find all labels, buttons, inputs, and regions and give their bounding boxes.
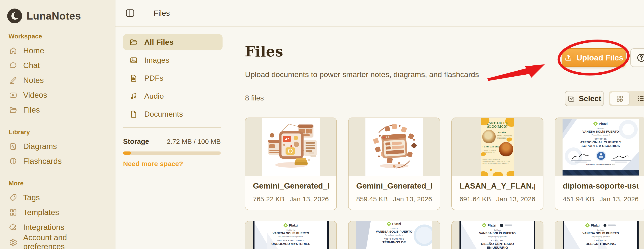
file-date: Jan 13, 2026 (393, 195, 432, 203)
file-thumbnail: Platzi Certifies that VANESA SOLÍS PUERT… (245, 221, 336, 249)
cert-kicker: ENGLISH AUDIO STORY: (254, 239, 327, 242)
poster-contact3: ENTREGA GRATIS EN CAUCEL Y SANTA FE (483, 163, 510, 164)
platzi-logo-icon (283, 223, 288, 228)
filter-pdfs[interactable]: PDFs (123, 70, 222, 86)
sidebar-item-videos[interactable]: Videos (7, 88, 108, 102)
flashcards-brain-icon (9, 157, 17, 165)
poster-item1: LASAÑA (497, 131, 507, 133)
file-thumbnail (348, 118, 440, 176)
sidebar-item-notes[interactable]: Notes (7, 73, 108, 88)
home-icon (9, 46, 17, 55)
sidebar-item-account[interactable]: Account and preferences (7, 235, 108, 249)
templates-grid-icon (9, 208, 17, 217)
folder-open-icon (130, 38, 138, 46)
poster-item1-line2: -PRECIO $250 (497, 137, 506, 139)
platzi-logo-text: Platzi (591, 223, 600, 227)
sidebar-item-flashcards[interactable]: Flashcards (7, 154, 108, 169)
help-button[interactable] (630, 48, 644, 67)
sidebar: LunaNotes Workspace Home Chat Notes Vide… (0, 0, 116, 249)
platzi-logo-text: Platzi (289, 223, 298, 227)
file-card[interactable]: Platzi Certifica a VANESA SOLÍS PUERTO P… (452, 221, 544, 249)
need-more-space-link[interactable]: Need more space? (123, 160, 221, 168)
filter-all-files[interactable]: All Files (123, 34, 222, 50)
file-card[interactable]: Platzi Certifies that VANESA SOLÍS PUERT… (245, 221, 337, 249)
cert-kicker: AUDIO GLOSARIO (356, 238, 432, 240)
cert-kicker: CURSO DE (562, 138, 639, 140)
sidebar-item-templates[interactable]: Templates (7, 205, 108, 220)
list-view-icon (637, 95, 644, 102)
cert-person-name: VANESA SOLÍS PUERTO (564, 232, 637, 235)
view-toggle (609, 91, 644, 106)
poster-item2-line2: -REBANADA $25 (484, 152, 495, 153)
cert-line: Certifica a (564, 229, 637, 231)
file-card[interactable]: Platzi Certifica a VANESA SOLÍS PUERTO P… (555, 221, 644, 249)
poster-item2: FLAN CASERO (483, 146, 500, 148)
panel-toggle-icon[interactable] (125, 8, 135, 18)
certificate-thumbnail: Platzi Certifies that VANESA SOLÍS PUERT… (253, 221, 329, 249)
cert-line: Por participar y aprobar el (461, 236, 534, 237)
platzi-logo-text: Platzi (488, 223, 496, 227)
cert-title-line1: TÉRMINOS DE (356, 241, 432, 244)
chat-icon (9, 61, 17, 70)
audio-notes-icon (130, 92, 138, 100)
storage-label: Storage (123, 138, 149, 146)
file-card[interactable]: Gemini_Generated_Ima... 765.22 KB Jan 13… (245, 118, 337, 210)
section-label-more: More (8, 180, 108, 187)
sidebar-item-chat[interactable]: Chat (7, 58, 108, 73)
topbar-divider (144, 7, 144, 19)
cert-person-name: VANESA SOLÍS PUERTO (461, 232, 534, 235)
file-card[interactable]: Platzi Certifica a VANESA SOLÍS PUERTO P… (348, 221, 440, 249)
file-size: 691.64 KB (460, 195, 491, 203)
cert-title-line1: UNSOLVED MYSTERIES (254, 242, 327, 246)
sidebar-item-label: Chat (23, 61, 40, 70)
file-card[interactable]: ¿ANTOJO DEALGO RICO? LASAÑA -PARA 2-5 PE… (452, 118, 544, 210)
file-card[interactable]: Platzi Certifica a VANESA SOLÍS PUERTO P… (555, 118, 644, 210)
cert-title-line2: SOPORTE A USUARIOS (582, 144, 620, 148)
cert-kicker: CURSO DE (564, 239, 637, 242)
upload-files-button[interactable]: Upload Files (562, 48, 626, 67)
sidebar-item-label: Integrations (23, 223, 64, 232)
sidebar-item-home[interactable]: Home (7, 43, 108, 58)
file-name: Gemini_Generated_Ima... (356, 181, 432, 190)
list-view-button[interactable] (631, 92, 644, 105)
filter-images[interactable]: Images (123, 52, 222, 68)
partner-logo-text (608, 225, 616, 226)
select-checkbox-icon (568, 95, 575, 102)
grid-view-button[interactable] (610, 92, 629, 105)
sidebar-item-label: Templates (23, 208, 59, 217)
main-content: Files Upload documents to power smarter … (230, 26, 644, 249)
sidebar-item-label: Videos (23, 91, 47, 100)
sidebar-item-diagrams[interactable]: Diagrams (7, 139, 108, 154)
flan-photo (499, 142, 513, 156)
partner-logo-text (505, 225, 512, 226)
section-label-workspace: Workspace (8, 33, 108, 40)
certificate-thumbnail: Platzi Certifica a VANESA SOLÍS PUERTO P… (562, 119, 639, 176)
sidebar-item-label: Notes (23, 76, 44, 85)
cert-title-line1: DISEÑO CENTRADO (481, 242, 514, 246)
sidebar-item-files[interactable]: Files (7, 102, 108, 117)
file-thumbnail (245, 118, 336, 176)
lasagna-photo (482, 130, 496, 143)
filter-documents[interactable]: Documents (123, 106, 222, 122)
platzi-logo-icon (593, 121, 598, 126)
breadcrumb: Files (154, 9, 170, 17)
cert-title-line1: ATENCIÓN AL CLIENTE Y (580, 140, 621, 144)
gear-icon (9, 238, 17, 246)
file-card[interactable]: Gemini_Generated_Ima... 859.45 KB Jan 13… (348, 118, 440, 210)
sidebar-item-tags[interactable]: Tags (7, 190, 108, 205)
file-name: Gemini_Generated_Ima... (253, 181, 329, 190)
certificate-thumbnail: Platzi Certifica a VANESA SOLÍS PUERTO P… (460, 221, 535, 249)
section-label-library: Library (8, 129, 108, 136)
file-info: Gemini_Generated_Ima... 765.22 KB Jan 13… (245, 176, 336, 210)
select-button[interactable]: Select (565, 91, 604, 106)
sidebar-item-integrations[interactable]: Integrations (7, 220, 108, 235)
folder-open-icon (9, 106, 17, 114)
cert-line: Certifica a (461, 229, 534, 231)
file-thumbnail: Platzi Certifica a VANESA SOLÍS PUERTO P… (555, 118, 644, 176)
platzi-logo-text: Platzi (599, 122, 608, 126)
file-size: 765.22 KB (253, 195, 284, 203)
filter-label: PDFs (144, 74, 163, 82)
page-title: Files (245, 43, 283, 60)
file-type-nav: All Files Images PDFs Audio Documents St… (116, 26, 230, 249)
filter-audio[interactable]: Audio (123, 88, 222, 104)
